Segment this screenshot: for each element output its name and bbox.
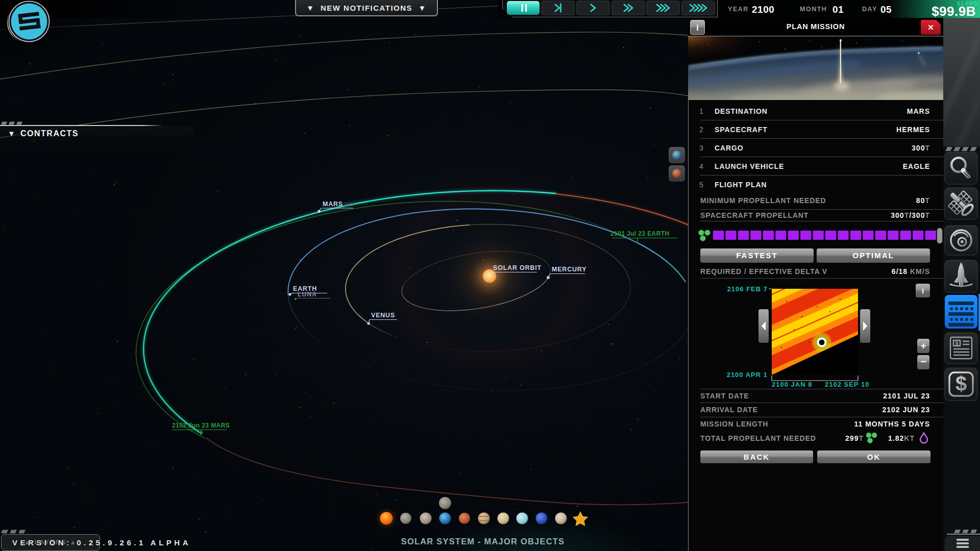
svg-text:2102 Jun 23 MARS: 2102 Jun 23 MARS	[172, 422, 230, 429]
svg-text:2100 APR 1: 2100 APR 1	[727, 371, 768, 379]
svg-text:$: $	[955, 372, 967, 395]
svg-text:LUNA: LUNA	[298, 291, 317, 298]
svg-text:VENUS: VENUS	[371, 312, 395, 319]
svg-text:2106 FEB 7: 2106 FEB 7	[727, 285, 768, 293]
svg-text:2100 JAN 8: 2100 JAN 8	[772, 381, 812, 388]
svg-text:$: $	[955, 340, 958, 346]
svg-text:MERCURY: MERCURY	[552, 266, 586, 273]
svg-text:2102 SEP 10: 2102 SEP 10	[825, 381, 869, 388]
svg-text:MARS: MARS	[323, 201, 343, 208]
svg-text:205: 205	[344, 201, 354, 207]
svg-text:2101 Jul 23 EARTH: 2101 Jul 23 EARTH	[610, 230, 670, 237]
svg-text:SOLAR SYSTEM - MAJOR OBJECTS: SOLAR SYSTEM - MAJOR OBJECTS	[401, 537, 565, 546]
svg-text:SOLAR ORBIT: SOLAR ORBIT	[493, 264, 542, 271]
